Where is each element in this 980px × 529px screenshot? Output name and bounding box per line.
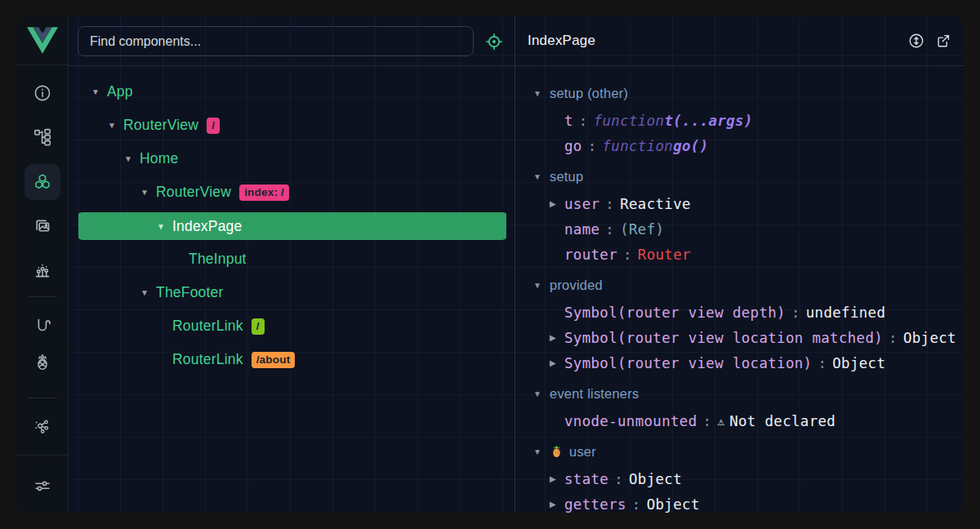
section-header-setup-other-[interactable]: ▼setup (other) [515, 78, 964, 108]
section-collapse-icon[interactable]: ▼ [533, 389, 550, 398]
section-header-event-listeners[interactable]: ▼event listeners [515, 379, 964, 408]
tree-row-app-0[interactable]: ▼App [78, 75, 506, 109]
expand-arrow-icon[interactable]: ▼ [108, 121, 123, 130]
property-value: Object [832, 355, 885, 371]
component-label: RouterLink [172, 318, 243, 335]
target-icon [484, 32, 504, 51]
section-title: event listeners [550, 386, 639, 402]
sidebar-item-components[interactable] [33, 172, 52, 192]
section-collapse-icon[interactable]: ▼ [533, 281, 550, 290]
section-collapse-icon[interactable]: ▼ [533, 172, 550, 181]
inspector-header: IndexPage [515, 16, 964, 65]
tree-row-routerview-3[interactable]: ▼RouterViewindex: / [78, 176, 506, 209]
scroll-to-component-button[interactable] [907, 32, 925, 50]
component-label: TheInput [189, 251, 247, 268]
inspector-title: IndexPage [515, 33, 595, 49]
tree-row-thefooter-6[interactable]: ▼TheFooter [78, 276, 506, 309]
property-key: state [564, 471, 608, 487]
inspector-section: ▼provided▶Symbol(router view depth):unde… [515, 270, 964, 376]
sidebar-item-pages[interactable] [33, 127, 52, 147]
property-value: Object [903, 330, 956, 346]
expand-arrow-icon[interactable]: ▶ [550, 199, 564, 208]
router-hook-icon [33, 316, 52, 336]
sidebar [16, 16, 69, 513]
property-value: Object [647, 496, 700, 513]
key-value-separator: : [812, 355, 832, 371]
sidebar-item-settings[interactable] [33, 476, 52, 496]
key-value-separator: : [582, 138, 603, 154]
sidebar-item-timeline[interactable] [33, 260, 52, 280]
route-badge: / [252, 318, 265, 335]
expand-arrow-icon[interactable]: ▼ [124, 154, 140, 163]
section-collapse-icon[interactable]: ▼ [533, 89, 550, 98]
property-row-vnode-unmounted: ▶vnode-unmounted:⚠Not declared [515, 408, 964, 433]
sidebar-item-router[interactable] [33, 316, 52, 336]
info-icon [33, 83, 52, 103]
key-value-separator: : [617, 247, 638, 263]
sidebar-divider [28, 296, 57, 297]
sidebar-section-divider [16, 455, 69, 456]
property-row-name: ▶name: (Ref) [515, 216, 964, 242]
property-value: go() [673, 138, 708, 154]
key-value-separator: : [626, 496, 647, 513]
scroll-to-component-icon [907, 32, 925, 50]
sidebar-item-overview[interactable] [33, 83, 52, 103]
component-label: RouterView [156, 184, 231, 201]
property-row-state[interactable]: ▶state:Object [515, 466, 964, 491]
search-input[interactable] [78, 26, 474, 56]
component-label: App [107, 83, 133, 100]
inspector-section: ▼user▶state:Object▶getters:Object [515, 437, 964, 513]
expand-arrow-icon[interactable]: ▼ [140, 188, 156, 197]
component-label: Home [140, 150, 178, 167]
key-value-separator: : [599, 221, 620, 238]
property-value: Object [629, 471, 682, 487]
key-value-separator: : [786, 305, 806, 321]
assets-icon [33, 216, 52, 236]
expand-arrow-icon[interactable]: ▼ [91, 87, 107, 96]
expand-arrow-icon[interactable]: ▼ [140, 288, 156, 297]
open-in-editor-button[interactable] [934, 32, 952, 50]
inspect-component-button[interactable] [484, 32, 504, 51]
property-key: user [564, 196, 599, 212]
section-header-provided[interactable]: ▼provided [515, 270, 964, 300]
property-row-getters[interactable]: ▶getters:Object [515, 491, 964, 513]
property-value: t(...args) [664, 113, 752, 129]
route-badge: /about [252, 352, 296, 368]
expand-arrow-icon[interactable]: ▶ [550, 500, 564, 509]
expand-arrow-icon[interactable]: ▶ [550, 358, 564, 367]
property-row-user[interactable]: ▶user:Reactive [515, 191, 964, 216]
tree-row-routerlink-7[interactable]: ▼RouterLink/ [78, 309, 506, 343]
property-key: Symbol(router view depth) [564, 305, 786, 321]
property-value: function [594, 113, 665, 129]
inspector-section: ▼setup (other)▶t:function t(...args)▶go:… [515, 78, 964, 158]
sidebar-item-assets[interactable] [33, 216, 52, 236]
key-value-separator: : [608, 471, 629, 487]
section-collapse-icon[interactable]: ▼ [533, 447, 550, 456]
key-value-separator: : [573, 113, 594, 129]
section-title: user [569, 444, 596, 460]
property-row-t: ▶t:function t(...args) [515, 108, 964, 133]
section-header-user[interactable]: ▼user [515, 437, 964, 466]
tree-row-home-2[interactable]: ▼Home [78, 142, 506, 176]
sidebar-item-graph[interactable] [33, 416, 52, 436]
property-key: router [564, 247, 617, 263]
property-key: Symbol(router view location matched) [564, 330, 883, 346]
property-row-symbol-router-view-location-[interactable]: ▶Symbol(router view location):Object [515, 350, 964, 376]
section-header-setup[interactable]: ▼setup [515, 162, 964, 191]
key-value-separator: : [697, 413, 718, 429]
component-tree: ▼App▼RouterView/▼Home▼RouterViewindex: /… [69, 65, 514, 513]
tree-row-theinput-5[interactable]: ▼TheInput [78, 242, 506, 276]
timeline-icon [33, 260, 52, 280]
expand-arrow-icon[interactable]: ▶ [550, 333, 564, 342]
inspector-panel: ▼setup (other)▶t:function t(...args)▶go:… [515, 65, 964, 513]
expand-arrow-icon[interactable]: ▼ [157, 222, 172, 231]
property-row-router: ▶router:Router [515, 242, 964, 267]
expand-arrow-icon[interactable]: ▶ [550, 474, 564, 483]
tree-row-routerlink-8[interactable]: ▼RouterLink/about [78, 343, 506, 376]
sidebar-item-pinia[interactable] [33, 353, 52, 372]
tree-row-routerview-1[interactable]: ▼RouterView/ [78, 109, 506, 142]
component-label: RouterView [123, 117, 198, 134]
tree-row-indexpage-4[interactable]: ▼IndexPage [78, 209, 506, 242]
section-title: provided [550, 278, 603, 293]
property-row-symbol-router-view-location-matched-[interactable]: ▶Symbol(router view location matched):Ob… [515, 325, 964, 350]
